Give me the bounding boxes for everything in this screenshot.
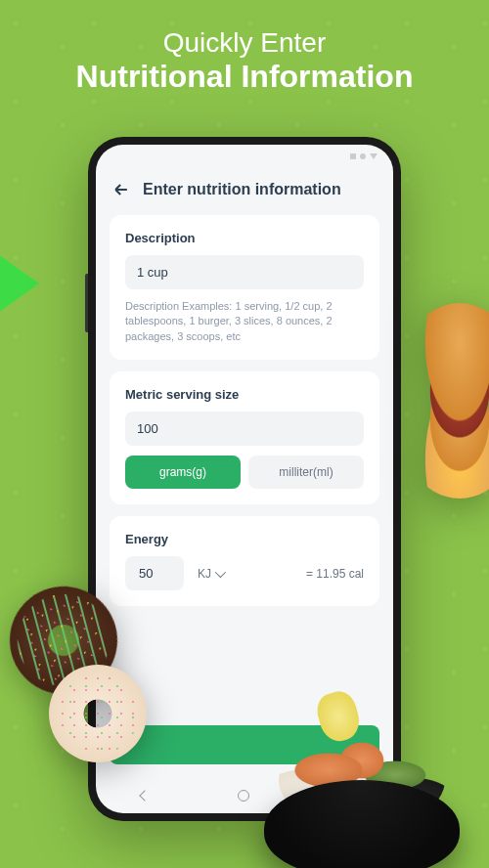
status-icon (370, 153, 378, 159)
description-card: Description 1 cup Description Examples: … (110, 215, 379, 360)
status-icon (360, 153, 366, 159)
energy-input[interactable]: 50 (125, 556, 184, 590)
metric-input[interactable]: 100 (125, 412, 364, 446)
metric-label: Metric serving size (125, 387, 364, 402)
decorative-donut (49, 665, 147, 762)
description-hint: Description Examples: 1 serving, 1/2 cup… (125, 299, 364, 344)
description-label: Description (125, 231, 364, 245)
page-title: Enter nutrition information (143, 181, 341, 198)
metric-card: Metric serving size 100 grams(g) millite… (110, 371, 379, 504)
status-bar (96, 145, 393, 168)
decorative-bowl (254, 702, 469, 868)
back-arrow-icon[interactable] (111, 180, 131, 199)
nav-back-icon[interactable] (139, 790, 150, 801)
energy-unit-label: KJ (198, 567, 211, 581)
unit-grams-button[interactable]: grams(g) (125, 456, 241, 489)
decorative-triangle (0, 235, 39, 332)
nav-home-icon[interactable] (238, 790, 249, 802)
energy-unit-select[interactable]: KJ (192, 567, 229, 581)
description-input[interactable]: 1 cup (125, 255, 364, 289)
energy-card: Energy 50 KJ = 11.95 cal (110, 516, 379, 606)
chevron-down-icon (215, 567, 226, 578)
status-icon (350, 153, 356, 159)
unit-ml-button[interactable]: milliter(ml) (248, 456, 364, 489)
energy-label: Energy (125, 532, 364, 546)
app-header: Enter nutrition information (96, 168, 393, 215)
energy-result: = 11.95 cal (306, 567, 364, 581)
